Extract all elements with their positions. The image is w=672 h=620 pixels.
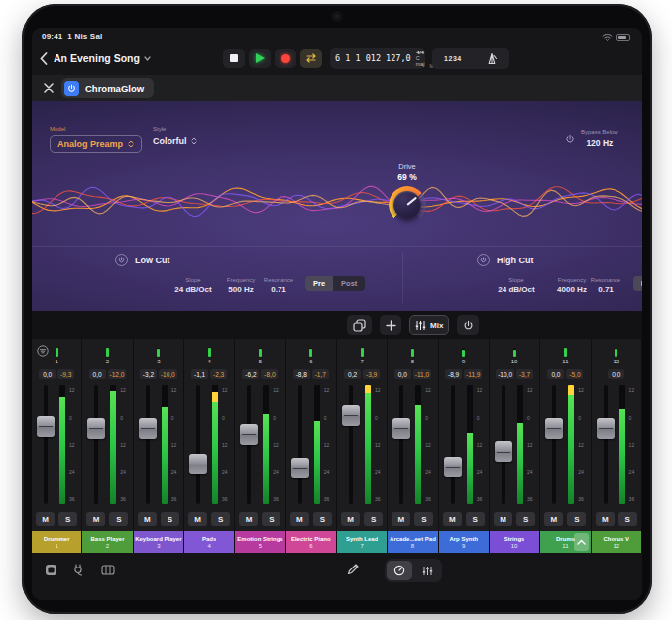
channel-header[interactable]: 10 [490,339,539,366]
fader-cap[interactable] [139,418,157,439]
mute-button[interactable]: M [138,512,157,526]
fader-cap[interactable] [392,418,410,439]
fader-cap[interactable] [37,416,55,437]
channel-volume-value[interactable]: -10,0 [496,369,514,379]
fader-cap[interactable] [240,424,258,445]
close-plugin-button[interactable] [42,81,55,94]
pre-button[interactable]: Pre [305,276,333,291]
fader-cap[interactable] [189,454,207,474]
channel-header[interactable]: 11 [540,339,590,366]
channel-volume-value[interactable]: -6,2 [242,369,259,379]
fader-track[interactable] [44,385,48,504]
keyboard-button[interactable] [100,562,116,577]
fader-cap[interactable] [545,418,563,439]
model-selector[interactable]: Analog Preamp [50,135,142,153]
channel-name-label[interactable]: Strings 10 [490,531,539,553]
browser-button[interactable] [43,562,58,577]
channel-header[interactable]: 7 [337,339,387,366]
fader-track[interactable] [451,385,455,504]
track-filter-button[interactable] [37,345,49,357]
cycle-button[interactable] [300,49,322,68]
controls-view-button[interactable] [387,561,412,580]
fader-track[interactable] [196,385,200,504]
metronome-button[interactable] [486,52,498,65]
channel-name-label[interactable]: Pads 4 [184,531,234,553]
solo-button[interactable]: S [364,512,383,526]
duplicate-button[interactable] [347,315,372,335]
solo-button[interactable]: S [262,512,280,526]
solo-button[interactable]: S [58,512,77,526]
fader-track[interactable] [552,385,556,504]
channel-volume-value[interactable]: -1,1 [191,369,208,379]
mix-view-button[interactable]: Mix [409,315,449,335]
solo-button[interactable]: S [618,512,637,526]
channel-header[interactable]: 4 [184,339,234,366]
high-cut-slope[interactable]: Slope 24 dB/Oct [498,277,534,294]
mute-button[interactable]: M [341,512,360,526]
fader-track[interactable] [94,385,98,504]
fader-cap[interactable] [597,418,615,439]
channel-name-label[interactable]: Synth Lead 7 [337,531,387,553]
low-cut-power-button[interactable] [115,254,128,266]
fader-cap[interactable] [342,405,360,426]
mute-button[interactable]: M [188,512,207,526]
solo-button[interactable]: S [313,512,332,526]
channel-name-label[interactable]: Electric Piano 6 [286,531,336,553]
channel-volume-value[interactable]: 0,0 [39,369,56,379]
low-cut-slope[interactable]: Slope 24 dB/Oct [174,277,211,294]
channel-header[interactable]: 9 [439,339,489,366]
record-button[interactable] [275,49,296,68]
mute-button[interactable]: M [494,512,512,526]
bypass-power-button[interactable] [565,134,575,144]
channel-name-label[interactable]: Arcade...eet Pad 8 [388,531,437,553]
fader-cap[interactable] [444,457,462,477]
high-cut-power-button[interactable] [477,254,490,266]
channel-volume-value[interactable]: 0,0 [547,369,564,379]
plugin-title-pill[interactable]: ChromaGlow [61,78,154,98]
channel-name-label[interactable]: Keyboard Player 3 [134,531,183,553]
mute-button[interactable]: M [596,512,615,526]
channel-header[interactable]: 2 [82,339,132,366]
song-title-menu[interactable]: An Evening Song [54,52,151,64]
fader-track[interactable] [604,385,608,504]
add-track-button[interactable] [380,315,401,335]
channel-volume-value[interactable]: 0,0 [89,369,106,379]
style-selector[interactable]: Colorful [153,136,197,146]
mute-button[interactable]: M [443,512,462,526]
fader-cap[interactable] [495,441,512,462]
channel-name-label[interactable]: Drums 11 [540,531,590,553]
mute-button[interactable]: M [544,512,563,526]
fader-track[interactable] [298,385,302,504]
channel-volume-value[interactable]: 0,0 [394,369,411,379]
mixer-power-button[interactable] [457,315,479,335]
channel-volume-value[interactable]: -8,8 [293,369,310,379]
play-button[interactable] [249,49,271,68]
channel-name-label[interactable]: Arp Synth 9 [439,531,489,553]
fader-track[interactable] [146,385,150,504]
plugins-button[interactable] [71,562,87,577]
channel-header[interactable]: 12 [592,339,641,366]
fader-cap[interactable] [291,458,309,478]
fader-track[interactable] [399,385,403,504]
mute-button[interactable]: M [36,512,55,526]
solo-button[interactable]: S [466,512,485,526]
channel-volume-value[interactable]: 0,2 [344,369,361,379]
channel-header[interactable]: 6 [286,339,336,366]
channel-name-label[interactable]: Drummer 1 [32,531,81,553]
pre-button[interactable]: Pre [633,276,642,291]
expand-chevron[interactable] [574,533,589,551]
mute-button[interactable]: M [86,512,105,526]
channel-volume-value[interactable]: 0,0 [608,369,624,379]
mute-button[interactable]: M [290,512,309,526]
channel-header[interactable]: 8 [388,339,437,366]
lcd-display[interactable]: 6 1 1 012 127,0 4/4 C maj MIDI [330,48,425,69]
channel-volume-value[interactable]: -3,2 [140,369,157,379]
edit-button[interactable] [347,563,360,575]
plugin-power-button[interactable] [64,81,79,96]
channel-name-label[interactable]: Bass Player 2 [82,531,132,553]
solo-button[interactable]: S [211,512,230,526]
solo-button[interactable]: S [567,512,586,526]
channel-header[interactable]: 5 [235,339,284,366]
solo-button[interactable]: S [161,512,179,526]
count-in-button[interactable]: 1234 [444,55,462,62]
